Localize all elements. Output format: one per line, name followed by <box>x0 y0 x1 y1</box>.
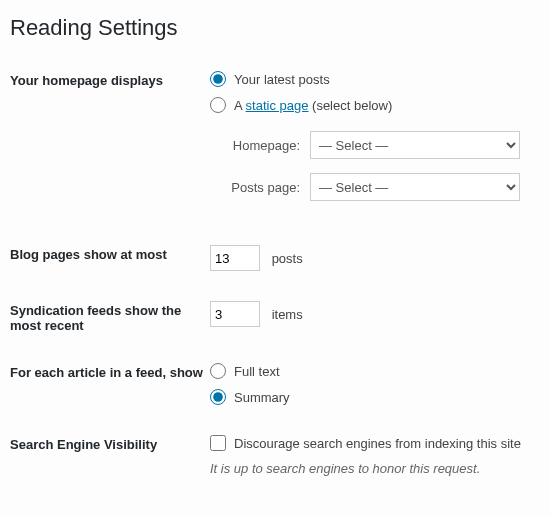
radio-static-page[interactable] <box>210 97 226 113</box>
row-syndication: Syndication feeds show the most recent i… <box>10 301 540 333</box>
label-homepage-select: Homepage: <box>210 138 310 153</box>
label-blog-pages: Blog pages show at most <box>10 245 210 262</box>
label-homepage-displays: Your homepage displays <box>10 71 210 88</box>
unit-syndication: items <box>272 307 303 322</box>
input-syndication-count[interactable] <box>210 301 260 327</box>
input-blog-pages-count[interactable] <box>210 245 260 271</box>
row-feed-article: For each article in a feed, show Full te… <box>10 363 540 405</box>
radio-label-static-page: A static page (select below) <box>234 98 392 113</box>
select-homepage[interactable]: — Select — <box>310 131 520 159</box>
checkbox-label-discourage-search: Discourage search engines from indexing … <box>234 436 521 451</box>
radio-summary[interactable] <box>210 389 226 405</box>
label-syndication: Syndication feeds show the most recent <box>10 301 210 333</box>
label-search-visibility: Search Engine Visibility <box>10 435 210 452</box>
radio-full-text[interactable] <box>210 363 226 379</box>
label-feed-article: For each article in a feed, show <box>10 363 210 380</box>
radio-label-latest-posts: Your latest posts <box>234 72 330 87</box>
row-blog-pages: Blog pages show at most posts <box>10 245 540 271</box>
radio-label-summary: Summary <box>234 390 290 405</box>
checkbox-discourage-search[interactable] <box>210 435 226 451</box>
row-homepage-displays: Your homepage displays Your latest posts… <box>10 71 540 215</box>
search-visibility-description: It is up to search engines to honor this… <box>210 461 540 476</box>
link-static-page[interactable]: static page <box>246 98 309 113</box>
row-search-visibility: Search Engine Visibility Discourage sear… <box>10 435 540 476</box>
label-posts-page-select: Posts page: <box>210 180 310 195</box>
radio-latest-posts[interactable] <box>210 71 226 87</box>
radio-label-full-text: Full text <box>234 364 280 379</box>
unit-blog-pages: posts <box>272 251 303 266</box>
page-title: Reading Settings <box>10 15 540 41</box>
select-posts-page[interactable]: — Select — <box>310 173 520 201</box>
